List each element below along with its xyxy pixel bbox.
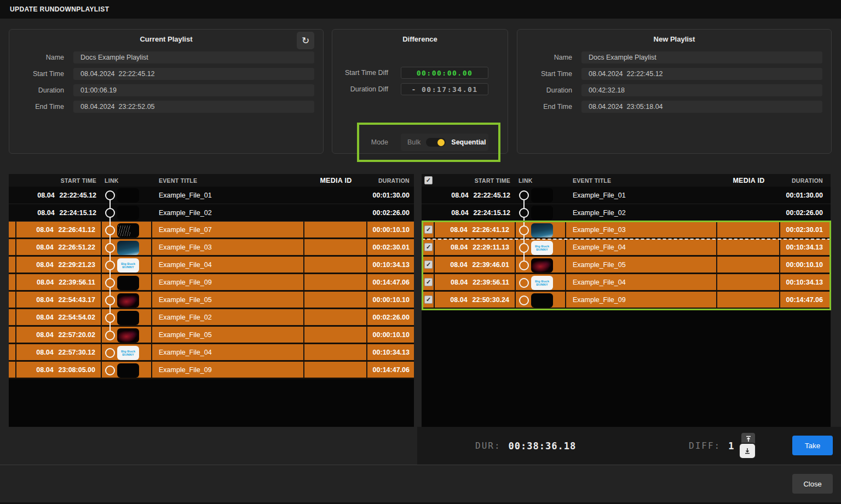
link-circle	[105, 208, 115, 218]
link-cell	[102, 327, 152, 343]
event-title-cell: Example_File_09	[152, 362, 304, 378]
link-cell	[102, 239, 152, 255]
start-time-field[interactable]: 08.04.2024 22:22:45.12	[73, 68, 314, 80]
close-button[interactable]: Close	[792, 474, 833, 494]
duration-field[interactable]: 01:00:06.19	[73, 84, 314, 96]
select-all-column-header: ✓	[422, 174, 435, 187]
table-row[interactable]: 08.0422:29:21.23Big Buck BUNNYExample_Fi…	[9, 257, 414, 274]
name-field[interactable]: Docs Example Playlist	[73, 51, 314, 63]
event-date: 08.04	[451, 279, 468, 286]
table-row[interactable]: 08.0422:26:41.12Example_File_0700:00:10.…	[9, 222, 414, 239]
table-header: ✓ START TIME LINK EVENT TITLE MEDIA ID D…	[422, 174, 831, 187]
table-row[interactable]: 08.0422:24:15.12Example_File_0200:02:26.…	[9, 204, 414, 222]
row-checkbox[interactable]: ✓	[424, 243, 433, 251]
diff-value: 1	[728, 441, 734, 451]
link-cell	[102, 187, 152, 204]
media-id-cell	[304, 309, 367, 325]
event-time: 22:24:15.12	[60, 209, 96, 217]
event-title-cell: Example_File_07	[152, 222, 304, 237]
scroll-to-bottom-button[interactable]	[740, 444, 755, 458]
start-time-field[interactable]: 08.04.2024 22:22:45.12	[581, 68, 822, 80]
media-id-cell	[304, 257, 367, 273]
footer-divider	[0, 465, 841, 465]
event-title-column-header: EVENT TITLE	[566, 174, 717, 187]
event-time: 22:57:20.02	[59, 331, 95, 339]
current-playlist-panel: Current Playlist ↻ Name Docs Example Pla…	[9, 29, 324, 154]
end-time-label: End Time	[517, 101, 572, 113]
table-row[interactable]: 08.0423:08:05.00Example_File_0900:14:47.…	[9, 362, 414, 379]
arrow-to-bottom-icon	[744, 448, 751, 454]
event-time: 22:26:51.22	[59, 244, 95, 251]
table-row[interactable]: 08.0422:57:20.02Example_File_0500:00:10.…	[9, 327, 414, 344]
table-header: START TIME LINK EVENT TITLE MEDIA ID DUR…	[9, 174, 414, 187]
media-id-cell	[304, 344, 367, 360]
event-date: 08.04	[36, 226, 53, 234]
refresh-button[interactable]: ↻	[297, 32, 314, 49]
link-circle	[105, 296, 115, 305]
row-checkbox[interactable]: ✓	[424, 225, 433, 234]
start-time-column-header: START TIME	[16, 174, 102, 187]
event-date: 08.04	[36, 261, 53, 269]
media-id-cell	[304, 362, 367, 378]
event-title-cell: Example_File_04	[152, 344, 304, 360]
duration-cell: 00:14:47.06	[780, 292, 827, 308]
row-select-cell: ✓	[422, 239, 435, 255]
end-time-field[interactable]: 08.04.2024 23:05:18.04	[581, 101, 822, 113]
media-id-column-header: MEDIA ID	[717, 174, 780, 187]
event-date: 08.04	[36, 244, 53, 251]
mode-option-sequential[interactable]: Sequential	[451, 138, 486, 146]
new-playlist-panel: New Playlist Name Docs Example Playlist …	[517, 29, 832, 154]
row-indicator-cell	[9, 344, 16, 360]
event-date: 08.04	[451, 244, 468, 251]
start-time-cell: 08.0422:22:45.12	[16, 187, 102, 204]
table-row[interactable]: ✓08.0422:29:11.13Big Buck BUNNYExample_F…	[422, 239, 831, 257]
start-time-diff-label: Start Time Diff	[332, 67, 388, 79]
refresh-icon: ↻	[302, 35, 309, 47]
start-time-cell: 08.0422:24:15.12	[435, 204, 516, 221]
event-time: 22:39:46.01	[473, 261, 509, 269]
start-time-cell: 08.0422:39:56.11	[435, 274, 516, 290]
panel-title: New Playlist	[517, 35, 831, 43]
table-row[interactable]: 08.0422:24:15.12Example_File_0200:02:26.…	[422, 204, 831, 222]
end-time-field[interactable]: 08.04.2024 23:22:52.05	[73, 101, 314, 113]
table-row[interactable]: ✓08.0422:50:30.24Example_File_0900:14:47…	[422, 292, 831, 309]
event-date: 08.04	[450, 226, 467, 234]
link-circle	[105, 331, 115, 340]
thumbnail-sky	[531, 223, 553, 237]
scroll-to-top-button[interactable]	[741, 433, 755, 445]
select-all-checkbox[interactable]: ✓	[424, 176, 433, 184]
name-field[interactable]: Docs Example Playlist	[581, 51, 822, 63]
table-row[interactable]: 08.0422:57:30.12Big Buck BUNNYExample_Fi…	[9, 344, 414, 362]
table-row[interactable]: 08.0422:22:45.12Example_File_0100:01:30.…	[422, 187, 831, 204]
duration-cell: 00:02:26.00	[367, 309, 414, 325]
table-row[interactable]: 08.0422:26:51.22Example_File_0300:02:30.…	[9, 239, 414, 257]
mode-switch[interactable]	[426, 138, 446, 147]
media-id-cell	[304, 222, 367, 237]
duration-field[interactable]: 00:42:32.18	[581, 84, 822, 96]
link-circle	[105, 243, 115, 253]
event-date: 08.04	[36, 366, 53, 374]
table-row[interactable]: 08.0422:54:54.02Example_File_0200:02:26.…	[9, 309, 414, 327]
mode-option-bulk[interactable]: Bulk	[407, 138, 420, 146]
table-row[interactable]: ✓08.0422:39:56.11Big Buck BUNNYExample_F…	[422, 274, 831, 292]
table-row[interactable]: ✓08.0422:26:41.12Example_File_0300:02:30…	[422, 222, 831, 239]
link-circle	[105, 313, 115, 323]
mode-toggle-group[interactable]: Bulk Sequential	[401, 134, 488, 151]
end-time-label: End Time	[9, 101, 64, 113]
duration-cell: 00:02:26.00	[367, 204, 414, 221]
dialog-title: UPDATE RUNDOWNPLAYLIST	[10, 5, 109, 13]
take-button[interactable]: Take	[792, 436, 833, 455]
start-time-cell: 08.0422:50:30.24	[435, 292, 516, 308]
row-checkbox[interactable]: ✓	[424, 260, 433, 269]
table-row[interactable]: 08.0422:22:45.12Example_File_0100:01:30.…	[9, 187, 414, 204]
link-circle	[519, 190, 529, 200]
start-time-cell: 08.0422:57:30.12	[16, 344, 102, 360]
table-row[interactable]: 08.0422:39:56.11Example_File_0900:14:47.…	[9, 274, 414, 292]
row-checkbox[interactable]: ✓	[424, 278, 433, 286]
event-title-cell: Example_File_01	[152, 187, 304, 204]
event-time: 22:24:15.12	[474, 209, 510, 217]
row-checkbox[interactable]: ✓	[424, 296, 433, 304]
table-row[interactable]: ✓08.0422:39:46.01Example_File_0500:00:10…	[422, 257, 831, 274]
table-row[interactable]: 08.0422:54:43.17Example_File_0500:00:10.…	[9, 292, 414, 309]
thumbnail-fire	[117, 293, 139, 308]
